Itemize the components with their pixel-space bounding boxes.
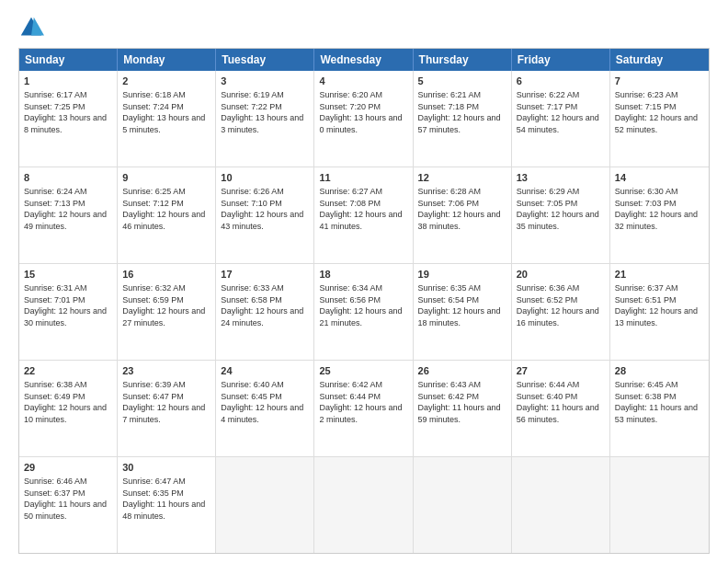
day-number: 15: [24, 268, 112, 282]
day-info: Sunrise: 6:43 AMSunset: 6:42 PMDaylight:…: [418, 380, 501, 424]
cal-header-day: Sunday: [19, 49, 118, 71]
day-info: Sunrise: 6:47 AMSunset: 6:35 PMDaylight:…: [122, 477, 205, 521]
day-info: Sunrise: 6:37 AMSunset: 6:51 PMDaylight:…: [615, 283, 698, 327]
calendar-cell: 6Sunrise: 6:22 AMSunset: 7:17 PMDaylight…: [512, 71, 610, 167]
day-number: 17: [221, 268, 309, 282]
day-number: 27: [517, 364, 605, 378]
calendar-cell: 19Sunrise: 6:35 AMSunset: 6:54 PMDayligh…: [414, 264, 512, 360]
cal-header-day: Friday: [512, 49, 610, 71]
logo: [18, 15, 48, 40]
calendar-cell: 25Sunrise: 6:42 AMSunset: 6:44 PMDayligh…: [314, 361, 413, 456]
day-number: 30: [122, 461, 210, 475]
day-number: 18: [319, 268, 407, 282]
calendar-cell: 18Sunrise: 6:34 AMSunset: 6:56 PMDayligh…: [314, 264, 413, 360]
day-info: Sunrise: 6:31 AMSunset: 7:01 PMDaylight:…: [24, 283, 107, 327]
day-number: 8: [24, 171, 112, 185]
logo-icon: [18, 15, 44, 40]
calendar-cell: [610, 457, 709, 553]
day-number: 4: [319, 75, 407, 88]
calendar-cell: 15Sunrise: 6:31 AMSunset: 7:01 PMDayligh…: [19, 264, 118, 360]
day-info: Sunrise: 6:44 AMSunset: 6:40 PMDaylight:…: [517, 380, 599, 424]
day-info: Sunrise: 6:46 AMSunset: 6:37 PMDaylight:…: [24, 477, 107, 521]
header: [18, 15, 710, 40]
calendar-cell: [314, 457, 413, 553]
day-info: Sunrise: 6:36 AMSunset: 6:52 PMDaylight:…: [517, 283, 599, 327]
day-info: Sunrise: 6:17 AMSunset: 7:25 PMDaylight:…: [24, 90, 107, 134]
calendar-cell: 26Sunrise: 6:43 AMSunset: 6:42 PMDayligh…: [414, 361, 512, 456]
calendar-cell: 28Sunrise: 6:45 AMSunset: 6:38 PMDayligh…: [610, 361, 709, 456]
day-number: 11: [319, 171, 407, 185]
day-info: Sunrise: 6:38 AMSunset: 6:49 PMDaylight:…: [24, 380, 107, 424]
cal-header-day: Monday: [118, 49, 216, 71]
day-info: Sunrise: 6:34 AMSunset: 6:56 PMDaylight:…: [319, 283, 402, 327]
day-info: Sunrise: 6:18 AMSunset: 7:24 PMDaylight:…: [122, 90, 205, 134]
day-info: Sunrise: 6:29 AMSunset: 7:05 PMDaylight:…: [517, 187, 599, 231]
day-number: 16: [122, 268, 210, 282]
calendar-cell: 17Sunrise: 6:33 AMSunset: 6:58 PMDayligh…: [216, 264, 314, 360]
day-info: Sunrise: 6:40 AMSunset: 6:45 PMDaylight:…: [221, 380, 303, 424]
calendar-cell: 22Sunrise: 6:38 AMSunset: 6:49 PMDayligh…: [19, 361, 118, 456]
calendar: SundayMondayTuesdayWednesdayThursdayFrid…: [18, 48, 710, 554]
calendar-cell: 5Sunrise: 6:21 AMSunset: 7:18 PMDaylight…: [414, 71, 512, 167]
calendar-cell: 29Sunrise: 6:46 AMSunset: 6:37 PMDayligh…: [19, 457, 118, 553]
day-number: 14: [615, 171, 704, 185]
day-info: Sunrise: 6:28 AMSunset: 7:06 PMDaylight:…: [418, 187, 501, 231]
day-number: 9: [122, 171, 210, 185]
day-number: 3: [221, 75, 309, 88]
calendar-cell: 24Sunrise: 6:40 AMSunset: 6:45 PMDayligh…: [216, 361, 314, 456]
calendar-row: 29Sunrise: 6:46 AMSunset: 6:37 PMDayligh…: [19, 457, 709, 553]
day-number: 25: [319, 364, 407, 378]
svg-marker-1: [31, 17, 44, 36]
day-info: Sunrise: 6:22 AMSunset: 7:17 PMDaylight:…: [517, 90, 599, 134]
calendar-cell: [512, 457, 610, 553]
calendar-cell: 13Sunrise: 6:29 AMSunset: 7:05 PMDayligh…: [512, 167, 610, 263]
day-number: 7: [615, 75, 704, 88]
calendar-cell: 7Sunrise: 6:23 AMSunset: 7:15 PMDaylight…: [610, 71, 709, 167]
calendar-cell: 9Sunrise: 6:25 AMSunset: 7:12 PMDaylight…: [118, 167, 216, 263]
cal-header-day: Wednesday: [314, 49, 413, 71]
day-info: Sunrise: 6:33 AMSunset: 6:58 PMDaylight:…: [221, 283, 303, 327]
day-info: Sunrise: 6:32 AMSunset: 6:59 PMDaylight:…: [122, 283, 205, 327]
day-number: 21: [615, 268, 704, 282]
day-number: 1: [24, 75, 112, 88]
day-info: Sunrise: 6:30 AMSunset: 7:03 PMDaylight:…: [615, 187, 698, 231]
day-number: 12: [418, 171, 506, 185]
calendar-row: 1Sunrise: 6:17 AMSunset: 7:25 PMDaylight…: [19, 71, 709, 167]
day-number: 13: [517, 171, 605, 185]
calendar-cell: 27Sunrise: 6:44 AMSunset: 6:40 PMDayligh…: [512, 361, 610, 456]
day-number: 22: [24, 364, 112, 378]
calendar-cell: 1Sunrise: 6:17 AMSunset: 7:25 PMDaylight…: [19, 71, 118, 167]
calendar-cell: 12Sunrise: 6:28 AMSunset: 7:06 PMDayligh…: [414, 167, 512, 263]
day-info: Sunrise: 6:21 AMSunset: 7:18 PMDaylight:…: [418, 90, 501, 134]
day-number: 5: [418, 75, 506, 88]
cal-header-day: Thursday: [414, 49, 512, 71]
day-number: 29: [24, 461, 112, 475]
calendar-cell: [216, 457, 314, 553]
day-info: Sunrise: 6:35 AMSunset: 6:54 PMDaylight:…: [418, 283, 501, 327]
calendar-cell: 20Sunrise: 6:36 AMSunset: 6:52 PMDayligh…: [512, 264, 610, 360]
day-info: Sunrise: 6:23 AMSunset: 7:15 PMDaylight:…: [615, 90, 698, 134]
day-number: 20: [517, 268, 605, 282]
calendar-cell: 11Sunrise: 6:27 AMSunset: 7:08 PMDayligh…: [314, 167, 413, 263]
day-info: Sunrise: 6:20 AMSunset: 7:20 PMDaylight:…: [319, 90, 402, 134]
calendar-cell: 21Sunrise: 6:37 AMSunset: 6:51 PMDayligh…: [610, 264, 709, 360]
day-number: 2: [122, 75, 210, 88]
day-number: 26: [418, 364, 506, 378]
calendar-cell: 4Sunrise: 6:20 AMSunset: 7:20 PMDaylight…: [314, 71, 413, 167]
day-number: 28: [615, 364, 704, 378]
day-info: Sunrise: 6:19 AMSunset: 7:22 PMDaylight:…: [221, 90, 303, 134]
calendar-row: 15Sunrise: 6:31 AMSunset: 7:01 PMDayligh…: [19, 264, 709, 361]
calendar-header: SundayMondayTuesdayWednesdayThursdayFrid…: [19, 49, 709, 71]
calendar-cell: 23Sunrise: 6:39 AMSunset: 6:47 PMDayligh…: [118, 361, 216, 456]
calendar-cell: 14Sunrise: 6:30 AMSunset: 7:03 PMDayligh…: [610, 167, 709, 263]
calendar-cell: 3Sunrise: 6:19 AMSunset: 7:22 PMDaylight…: [216, 71, 314, 167]
calendar-row: 8Sunrise: 6:24 AMSunset: 7:13 PMDaylight…: [19, 167, 709, 264]
day-info: Sunrise: 6:27 AMSunset: 7:08 PMDaylight:…: [319, 187, 402, 231]
page: SundayMondayTuesdayWednesdayThursdayFrid…: [0, 0, 728, 563]
day-number: 23: [122, 364, 210, 378]
day-number: 6: [517, 75, 605, 88]
calendar-cell: 10Sunrise: 6:26 AMSunset: 7:10 PMDayligh…: [216, 167, 314, 263]
calendar-cell: [414, 457, 512, 553]
cal-header-day: Saturday: [610, 49, 709, 71]
day-info: Sunrise: 6:45 AMSunset: 6:38 PMDaylight:…: [615, 380, 698, 424]
